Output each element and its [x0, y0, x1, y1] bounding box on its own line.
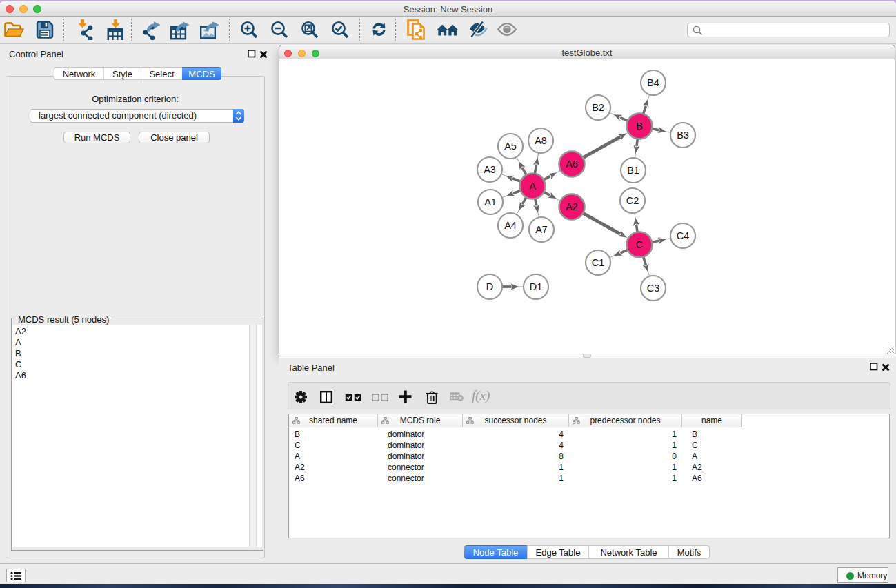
svg-text:C2: C2	[626, 195, 639, 206]
svg-text:C1: C1	[592, 257, 605, 268]
svg-text:A1: A1	[484, 196, 497, 207]
svg-text:A5: A5	[504, 141, 517, 152]
svg-text:A2: A2	[566, 201, 578, 212]
svg-text:C3: C3	[647, 283, 660, 294]
svg-text:D1: D1	[530, 281, 543, 292]
svg-text:D: D	[486, 281, 493, 292]
svg-text:A7: A7	[535, 224, 548, 235]
svg-text:A8: A8	[535, 135, 547, 146]
svg-text:B3: B3	[677, 130, 689, 141]
svg-text:B1: B1	[627, 165, 639, 176]
svg-text:B: B	[636, 121, 643, 132]
svg-text:A3: A3	[484, 164, 496, 175]
svg-text:C: C	[636, 239, 643, 250]
svg-text:B2: B2	[592, 102, 604, 113]
svg-text:C4: C4	[677, 230, 690, 241]
svg-text:A4: A4	[504, 220, 517, 231]
svg-text:A6: A6	[566, 159, 578, 170]
svg-text:B4: B4	[647, 77, 659, 88]
svg-text:A: A	[529, 181, 536, 192]
